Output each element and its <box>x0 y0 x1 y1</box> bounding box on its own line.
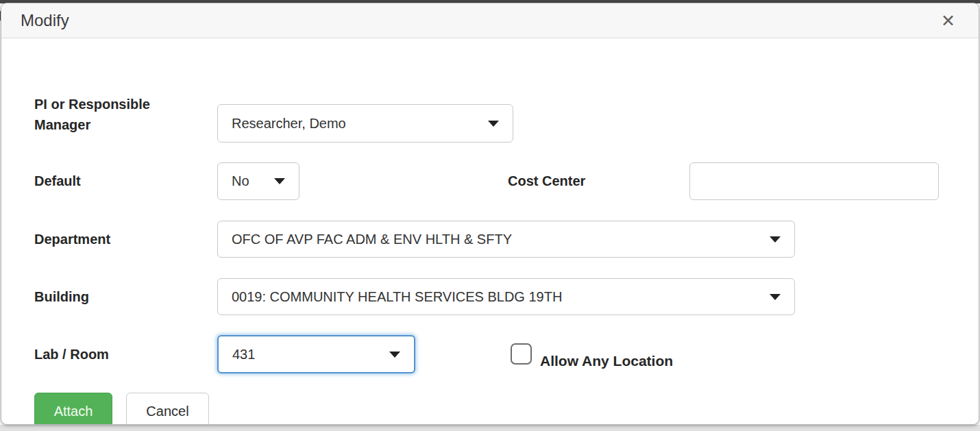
caret-down-icon <box>274 178 285 184</box>
cost-center-label: Cost Center <box>508 162 585 200</box>
department-select[interactable]: OFC OF AVP FAC ADM & ENV HLTH & SFTY <box>217 221 795 258</box>
department-value: OFC OF AVP FAC ADM & ENV HLTH & SFTY <box>232 232 512 247</box>
allow-any-location-checkbox[interactable] <box>511 343 532 365</box>
default-value: No <box>232 173 249 189</box>
close-icon[interactable]: ✕ <box>937 10 959 32</box>
building-label: Building <box>34 278 89 315</box>
default-select[interactable]: No <box>217 162 299 200</box>
caret-down-icon <box>488 121 499 127</box>
dialog-body: PI or Responsible Manager Researcher, De… <box>1 38 979 423</box>
pi-manager-select[interactable]: Researcher, Demo <box>217 104 513 143</box>
cancel-button[interactable]: Cancel <box>126 393 209 425</box>
modify-dialog: Modify ✕ PI or Responsible Manager Resea… <box>1 3 979 425</box>
pi-manager-label: PI or Responsible Manager <box>34 94 199 135</box>
page-background-bottom <box>0 425 980 431</box>
pi-manager-value: Researcher, Demo <box>232 116 346 132</box>
dialog-title: Modify <box>21 11 69 30</box>
cost-center-input[interactable] <box>689 162 939 200</box>
lab-room-label: Lab / Room <box>34 335 109 373</box>
allow-any-location-label: Allow Any Location <box>540 353 673 369</box>
default-label: Default <box>34 162 81 200</box>
dialog-header: Modify ✕ <box>1 3 979 38</box>
lab-room-select[interactable]: 431 <box>217 335 415 373</box>
building-select[interactable]: 0019: COMMUNITY HEALTH SERVICES BLDG 19T… <box>217 278 795 315</box>
attach-button[interactable]: Attach <box>34 393 112 425</box>
caret-down-icon <box>389 352 400 358</box>
caret-down-icon <box>770 294 781 300</box>
building-value: 0019: COMMUNITY HEALTH SERVICES BLDG 19T… <box>232 289 562 305</box>
lab-room-value: 431 <box>232 347 255 362</box>
department-label: Department <box>34 221 110 258</box>
caret-down-icon <box>770 236 781 243</box>
